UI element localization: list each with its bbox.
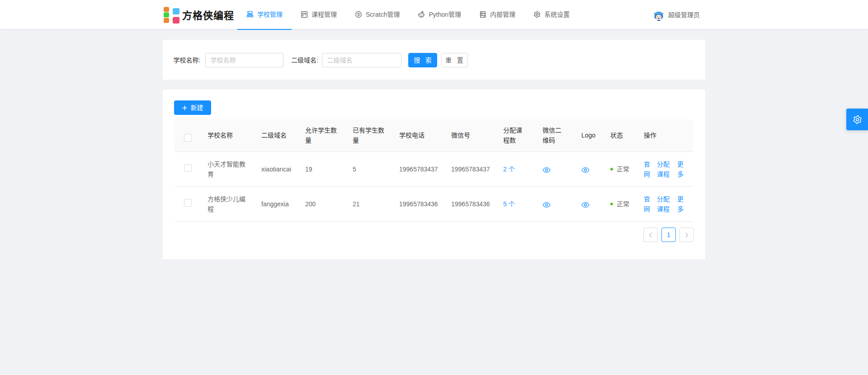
svg-text:S: S — [357, 12, 360, 17]
